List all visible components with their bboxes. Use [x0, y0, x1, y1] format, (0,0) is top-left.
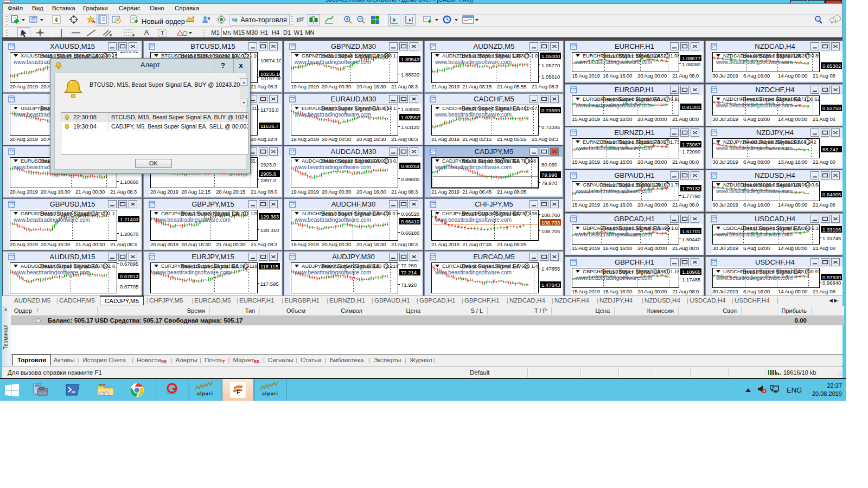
- svg-text:T: T: [161, 30, 164, 36]
- svg-text:1.08677: 1.08677: [682, 55, 700, 61]
- svg-text:1.05770: 1.05770: [541, 62, 560, 68]
- svg-text:79.998: 79.998: [541, 172, 557, 178]
- svg-text:129.363: 129.363: [260, 214, 279, 220]
- svg-text:0.96840: 0.96840: [822, 280, 841, 286]
- svg-text:1.33106: 1.33106: [822, 227, 841, 233]
- svg-text:1.60440: 1.60440: [682, 236, 700, 242]
- svg-text:72.260: 72.260: [401, 262, 417, 268]
- svg-text:21 Aug 07:45: 21 Aug 07:45: [462, 241, 492, 247]
- svg-text:0.89800: 0.89800: [401, 176, 419, 182]
- svg-text:Beast Super Signal EA: Beast Super Signal EA: [181, 264, 239, 269]
- svg-text:Beast Super Signal EA: Beast Super Signal EA: [602, 97, 661, 102]
- svg-text:www.beasttradingsoftware.com: www.beasttradingsoftware.com: [575, 275, 652, 281]
- svg-text:10197.90: 10197.90: [260, 75, 281, 81]
- svg-text:21 Aug 08: 21 Aug 08: [813, 116, 835, 122]
- svg-text:Beast Super Signal EA: Beast Super Signal EA: [743, 53, 801, 59]
- svg-text:30 Jul 2019: 30 Jul 2019: [712, 116, 738, 122]
- svg-text:1.08390: 1.08390: [682, 61, 700, 67]
- svg-text:20 Aug 2019: 20 Aug 2019: [10, 84, 38, 89]
- svg-text:0.67895: 0.67895: [120, 262, 138, 267]
- svg-text:www.beasttradingsoftware.com: www.beasttradingsoftware.com: [575, 145, 652, 151]
- svg-text:1.63120: 1.63120: [401, 124, 419, 130]
- svg-text:79.970: 79.970: [541, 180, 557, 186]
- svg-text:2923.0: 2923.0: [260, 162, 276, 168]
- svg-text:108.733: 108.733: [541, 220, 560, 226]
- svg-text:0.62758: 0.62758: [822, 105, 841, 111]
- svg-text:128.310: 128.310: [260, 227, 279, 233]
- svg-text:21 Aug 2019: 21 Aug 2019: [431, 84, 459, 89]
- svg-text:10674.10: 10674.10: [260, 57, 281, 63]
- svg-text:11636.7: 11636.7: [260, 123, 279, 129]
- svg-text:21 Aug 08:05: 21 Aug 08:05: [497, 189, 527, 195]
- svg-text:21 Aug 08:3: 21 Aug 08:3: [251, 241, 278, 247]
- svg-text:1.47643: 1.47643: [541, 282, 560, 288]
- svg-text:21 Aug 08:25: 21 Aug 08:25: [497, 241, 527, 247]
- svg-text:Beast Super Signal EA: Beast Super Signal EA: [462, 211, 520, 217]
- svg-text:21 Aug 08: 21 Aug 08: [813, 73, 835, 79]
- svg-text:20 Aug 2019: 20 Aug 2019: [10, 241, 38, 247]
- svg-text:20 Aug 12:15: 20 Aug 12:15: [181, 189, 211, 195]
- svg-text:1.72090: 1.72090: [682, 149, 700, 155]
- svg-text:www.beasttradingsoftware.com: www.beasttradingsoftware.com: [716, 59, 793, 65]
- svg-text:15 Aug 2019: 15 Aug 2019: [572, 73, 600, 79]
- svg-text:21 Aug 08: 21 Aug 08: [813, 245, 835, 251]
- svg-text:Beast Super Signal EA: Beast Super Signal EA: [743, 182, 801, 188]
- svg-text:Beast Super Signal EA: Beast Super Signal EA: [321, 158, 380, 164]
- svg-text:13 Aug 16:00: 13 Aug 16:00: [778, 159, 808, 165]
- svg-text:6 Aug 08:00: 6 Aug 08:00: [743, 159, 770, 165]
- svg-text:F: F: [132, 34, 135, 37]
- svg-text:www.beasttradingsoftware.com: www.beasttradingsoftware.com: [294, 164, 371, 170]
- svg-text:21 Aug 00:30: 21 Aug 00:30: [216, 241, 246, 247]
- svg-text:0.73559: 0.73559: [541, 107, 560, 113]
- svg-text:Beast Super Signal EA: Beast Super Signal EA: [321, 264, 380, 269]
- svg-text:21 Aug 08:0: 21 Aug 08:0: [672, 245, 699, 251]
- svg-text:0.67705: 0.67705: [120, 284, 138, 290]
- svg-text:19 Aug 2019: 19 Aug 2019: [291, 136, 319, 142]
- svg-text:www.beasttradingsoftware.com: www.beasttradingsoftware.com: [716, 275, 793, 281]
- svg-text:Beast Super Signal EA: Beast Super Signal EA: [743, 269, 801, 275]
- svg-text:0.67813: 0.67813: [120, 273, 138, 279]
- svg-text:1.21403: 1.21403: [120, 216, 138, 222]
- svg-text:www.beasttradingsoftware.com: www.beasttradingsoftware.com: [435, 269, 512, 275]
- svg-text:21 Aug 08:3: 21 Aug 08:3: [532, 136, 559, 142]
- svg-text:www.beasttradingsoftware.com: www.beasttradingsoftware.com: [13, 269, 90, 275]
- svg-text:14 Aug 00:00: 14 Aug 00:00: [778, 202, 808, 208]
- svg-text:2905.6: 2905.6: [260, 171, 276, 177]
- svg-text:6 Aug 16:00: 6 Aug 16:00: [743, 202, 770, 208]
- svg-text:80.060: 80.060: [541, 162, 557, 168]
- svg-text:16 Aug 16:00: 16 Aug 16:00: [603, 73, 633, 79]
- svg-text:0.91301: 0.91301: [682, 104, 700, 110]
- svg-text:www.beasttradingsoftware.com: www.beasttradingsoftware.com: [716, 188, 793, 194]
- svg-text:www.beasttradingsoftware.com: www.beasttradingsoftware.com: [294, 59, 371, 65]
- svg-text:FreshForex: FreshForex: [167, 393, 176, 395]
- svg-text:71.920: 71.920: [401, 282, 417, 288]
- svg-text:21 Aug 08:3: 21 Aug 08:3: [391, 84, 418, 89]
- svg-text:19 Aug 2019: 19 Aug 2019: [291, 241, 319, 247]
- svg-text:30 Jul 2019: 30 Jul 2019: [712, 288, 738, 294]
- svg-text:21 Aug 08:3: 21 Aug 08:3: [391, 241, 418, 247]
- svg-text:6 Aug 16:00: 6 Aug 16:00: [743, 245, 770, 251]
- svg-text:0.66410: 0.66410: [401, 219, 419, 224]
- svg-text:Beast Super Signal EA: Beast Super Signal EA: [602, 182, 661, 188]
- svg-text:21 Aug 00:30: 21 Aug 00:30: [75, 241, 105, 247]
- svg-text:Beast Super Signal EA: Beast Super Signal EA: [321, 106, 380, 112]
- svg-text:www.beasttradingsoftware.com: www.beasttradingsoftware.com: [294, 269, 371, 275]
- svg-text:21 Aug 00:30: 21 Aug 00:30: [75, 189, 105, 195]
- svg-text:30 Jul 2019: 30 Jul 2019: [712, 159, 738, 165]
- svg-text:Beast Super Signal EA: Beast Super Signal EA: [462, 264, 520, 269]
- svg-text:www.beasttradingsoftware.com: www.beasttradingsoftware.com: [154, 217, 231, 223]
- svg-text:117.595: 117.595: [260, 281, 279, 287]
- svg-text:118.115: 118.115: [260, 264, 278, 269]
- svg-text:16 Aug 16:00: 16 Aug 16:00: [603, 202, 633, 208]
- svg-text:Beast Super Signal EA: Beast Super Signal EA: [743, 139, 801, 145]
- svg-text:20 Aug 2019: 20 Aug 2019: [10, 189, 38, 195]
- svg-text:20 Aug 16:30: 20 Aug 16:30: [41, 189, 71, 195]
- svg-text:1.61701: 1.61701: [682, 228, 700, 234]
- svg-text:30 Jul 2019: 30 Jul 2019: [712, 73, 738, 79]
- svg-text:1.31745: 1.31745: [822, 235, 841, 241]
- svg-text:20 Aug 16:30: 20 Aug 16:30: [356, 84, 386, 89]
- svg-text:16 Aug 16:00: 16 Aug 16:00: [603, 288, 633, 294]
- svg-text:20 Aug 00:00: 20 Aug 00:00: [637, 159, 667, 165]
- svg-text:1.63060: 1.63060: [401, 106, 419, 112]
- svg-text:6 Aug 16:00: 6 Aug 16:00: [743, 116, 770, 122]
